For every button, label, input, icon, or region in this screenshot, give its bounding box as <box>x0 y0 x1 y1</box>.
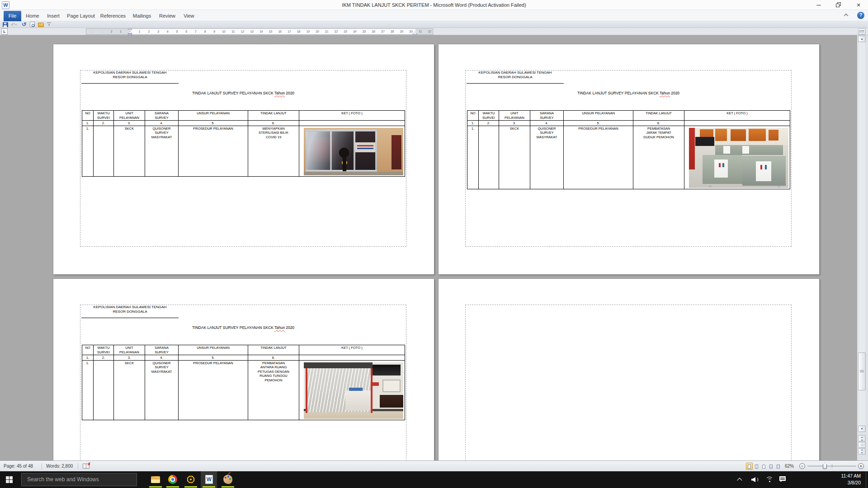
restore-button[interactable] <box>831 0 846 11</box>
number-cell <box>299 121 405 126</box>
cell-tindak-lanjut: PEMBATASAN JARAK TEMPAT DUDUK PEMOHON <box>633 126 684 189</box>
zoom-slider-thumb[interactable] <box>823 463 827 469</box>
full-screen-reading-view-button[interactable] <box>753 463 760 470</box>
police-emblem-icon[interactable] <box>183 471 199 488</box>
header-cell: TINDAK LANJUT <box>248 111 299 121</box>
tray-chevron-up-icon[interactable] <box>737 478 742 483</box>
word-taskbar-icon[interactable]: W <box>201 471 217 488</box>
print-preview-icon[interactable] <box>30 22 35 27</box>
header-cell: KET ( FOTO ) <box>299 345 405 355</box>
misspelled-word: Tahun <box>274 325 285 330</box>
tab-home[interactable]: Home <box>25 11 40 21</box>
ruler-number: 4 <box>165 30 171 33</box>
tab-references[interactable]: References <box>100 11 126 21</box>
ruler-number: 12 <box>239 30 245 33</box>
ruler-number: 20 <box>314 30 321 33</box>
title-text: TINDAK LANJUT SURVEY PELAYANAN SKCK <box>192 91 274 95</box>
document-title: TINDAK LANJUT SURVEY PELAYANAN SKCKTahun… <box>80 325 406 330</box>
table-data-row: 1. SKCK QUISONER SURVEY MASYRAKAT PROSED… <box>82 360 405 420</box>
wifi-icon[interactable] <box>766 477 773 483</box>
start-button[interactable] <box>0 471 20 488</box>
previous-page-button[interactable]: ▲ ▲ <box>858 435 866 441</box>
minimize-button[interactable] <box>811 0 826 11</box>
tab-stop-selector[interactable]: L <box>1 28 8 35</box>
file-explorer-icon[interactable] <box>147 471 164 488</box>
ket-photo[interactable] <box>689 128 788 188</box>
clock[interactable]: 11:47 AM 3/8/20 <box>793 473 861 486</box>
title-year: 2020 <box>286 91 294 95</box>
chrome-icon[interactable] <box>165 471 181 488</box>
number-cell: 6. <box>248 121 299 126</box>
ruler-number: 15 <box>268 30 274 33</box>
zoom-in-button[interactable]: + <box>858 463 864 469</box>
tab-review[interactable]: Review <box>158 11 177 21</box>
scroll-up-arrow[interactable]: ▲ <box>858 36 866 42</box>
header-cell: SARANA SURVEY <box>530 111 564 121</box>
view-ruler-toggle[interactable] <box>858 28 866 35</box>
help-icon[interactable]: ? <box>857 12 864 19</box>
ruler-number: 26 <box>370 30 377 33</box>
title-year: 2020 <box>286 325 294 330</box>
first-line-indent-marker[interactable] <box>128 29 132 31</box>
header-cell: NO <box>467 111 479 121</box>
draft-view-button[interactable] <box>775 463 782 470</box>
survey-table: NO WAKTU SURVEI UNIT PELAYANAN SARANA SU… <box>82 110 405 177</box>
tab-insert[interactable]: Insert <box>45 11 62 21</box>
document-page[interactable]: KEPOLISIAN DAERAH SULAWESI TENGAH RESOR … <box>53 279 434 460</box>
select-browse-object-button[interactable]: ○ <box>858 442 866 448</box>
cell-no: 1. <box>467 126 479 189</box>
collapse-ribbon-icon[interactable] <box>844 14 848 18</box>
volume-icon[interactable] <box>751 477 759 483</box>
tab-mailings[interactable]: Mailings <box>131 11 153 21</box>
tab-file[interactable]: File <box>4 11 21 21</box>
horizontal-ruler[interactable]: 1212345678910111213141516171819202122232… <box>86 28 433 35</box>
ruler-number: 9 <box>211 30 217 33</box>
zoom-level-indicator[interactable]: 62% <box>785 461 794 471</box>
paint-icon[interactable] <box>220 471 236 488</box>
tab-view[interactable]: View <box>181 11 197 21</box>
tab-page-layout[interactable]: Page Layout <box>66 11 95 21</box>
misspelled-word: Tahun <box>274 91 285 95</box>
show-desktop-button[interactable] <box>866 471 868 488</box>
next-page-button[interactable]: ▼ ▼ <box>858 448 866 455</box>
title-bar: W IKM TINDAK LANJUT SKCK PERITEM - Micro… <box>0 0 868 10</box>
word-count-indicator[interactable]: Words: 2,800 <box>46 461 73 471</box>
table-header-row: NO WAKTU SURVEI UNIT PELAYANAN SARANA SU… <box>467 111 790 121</box>
org-line1: KEPOLISIAN DAERAH SULAWESI TENGAH <box>81 305 179 310</box>
document-page[interactable]: KEPOLISIAN DAERAH SULAWESI TENGAH RESOR … <box>439 279 819 460</box>
taskbar-search-input[interactable]: Search the web and Windows <box>21 473 137 486</box>
ruler-number: 18 <box>296 30 302 33</box>
undo-icon[interactable]: ↶▾ <box>11 22 17 28</box>
close-button[interactable]: ✕ <box>851 0 866 11</box>
ruler-number: 28 <box>389 30 396 33</box>
repeat-icon[interactable]: ↺ <box>22 22 26 28</box>
org-line2: RESOR DONGGALA <box>467 75 564 80</box>
page-count-indicator[interactable]: Page: 45 of 48 <box>4 461 33 471</box>
scroll-down-arrow[interactable]: ▼ <box>858 426 866 432</box>
zoom-out-button[interactable]: − <box>799 463 805 469</box>
ket-photo[interactable] <box>304 362 403 419</box>
ribbon-tab-row: File Home Insert Page Layout References … <box>0 10 868 21</box>
header-cell: UNIT PELAYANAN <box>114 345 145 355</box>
save-icon[interactable] <box>3 22 8 27</box>
vertical-scrollbar-thumb[interactable] <box>858 352 866 390</box>
spellcheck-error-icon[interactable]: ✗ <box>83 464 90 469</box>
title-year: 2020 <box>671 91 679 95</box>
ket-photo[interactable] <box>304 128 403 175</box>
document-page[interactable]: KEPOLISIAN DAERAH SULAWESI TENGAH RESOR … <box>53 44 434 274</box>
outline-view-button[interactable] <box>768 463 774 470</box>
web-layout-view-button[interactable] <box>760 463 767 470</box>
notifications-icon[interactable] <box>779 476 786 482</box>
org-line1: KEPOLISIAN DAERAH SULAWESI TENGAH <box>81 70 179 75</box>
open-icon[interactable] <box>38 23 44 27</box>
ruler-number: 8 <box>202 30 208 33</box>
ruler-number: 1 <box>118 30 124 33</box>
ruler-number: 3 <box>155 30 161 33</box>
number-cell: 6. <box>633 121 684 126</box>
number-cell: 5. <box>179 355 248 361</box>
document-page[interactable]: KEPOLISIAN DAERAH SULAWESI TENGAH RESOR … <box>439 44 819 274</box>
number-cell: 3. <box>114 121 145 126</box>
cell-ket-foto <box>299 360 405 420</box>
print-layout-view-button[interactable] <box>746 463 753 470</box>
cell-no: 1. <box>82 360 94 420</box>
